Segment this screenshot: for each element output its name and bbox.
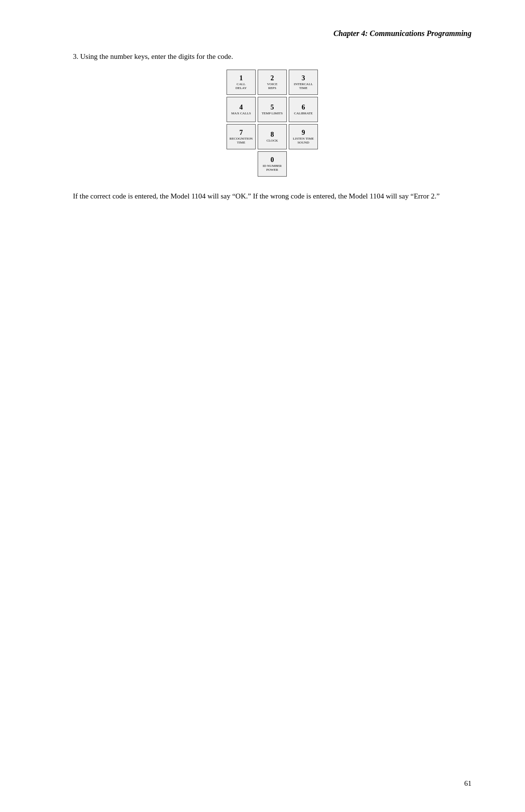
key-9[interactable]: 9 LISTEN TIMESOUND (289, 124, 318, 149)
key-7[interactable]: 7 RECOGNITIONTIME (227, 124, 256, 149)
page-number: 61 (464, 779, 472, 788)
keypad: 1 CALLDELAY 2 VOICEREPS 3 INTERCALLTIME … (227, 70, 318, 177)
chapter-header: Chapter 4: Communications Programming (63, 29, 472, 38)
key-0[interactable]: 0 ID NUMBERPOWER (258, 151, 287, 177)
key-5[interactable]: 5 TEMP LIMITS (258, 97, 287, 122)
step-description: Using the number keys, enter the digits … (80, 53, 233, 60)
result-paragraph: If the correct code is entered, the Mode… (63, 190, 472, 202)
step-number: 3. (73, 53, 80, 60)
key-4[interactable]: 4 MAX CALLS (227, 97, 256, 122)
key-6[interactable]: 6 CALIBRATE (289, 97, 318, 122)
key-2[interactable]: 2 VOICEREPS (258, 70, 287, 95)
step-instruction: 3. Using the number keys, enter the digi… (63, 53, 472, 61)
chapter-title: Chapter 4: Communications Programming (333, 29, 472, 37)
key-3[interactable]: 3 INTERCALLTIME (289, 70, 318, 95)
key-8[interactable]: 8 CLOCK (258, 124, 287, 149)
key-1[interactable]: 1 CALLDELAY (227, 70, 256, 95)
keypad-container: 1 CALLDELAY 2 VOICEREPS 3 INTERCALLTIME … (73, 70, 472, 177)
page: Chapter 4: Communications Programming 3.… (0, 0, 525, 812)
